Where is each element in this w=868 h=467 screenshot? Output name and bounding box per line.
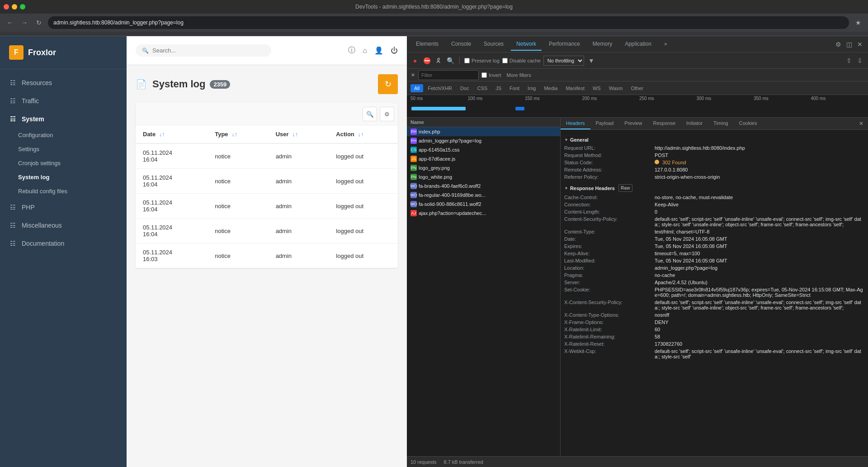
- preserve-log-checkbox[interactable]: Preserve log: [464, 58, 500, 63]
- file-item[interactable]: WOfa-brands-400-faef6c0.woff2: [407, 181, 560, 191]
- record-button[interactable]: ●: [410, 56, 420, 65]
- sort-type-icon[interactable]: ↓↑: [231, 131, 237, 138]
- col-type[interactable]: Type ↓↑: [208, 125, 268, 143]
- search-input[interactable]: [152, 47, 243, 54]
- sidebar-item-resources[interactable]: ☷ Resources: [0, 74, 127, 92]
- address-input[interactable]: [48, 16, 849, 29]
- settings-gear-icon[interactable]: ⚙: [834, 40, 843, 49]
- dock-icon[interactable]: ◫: [844, 40, 854, 49]
- invert-input[interactable]: [481, 72, 487, 78]
- detail-tab-headers[interactable]: Headers: [561, 118, 590, 129]
- general-section-header[interactable]: General: [564, 135, 864, 144]
- window-controls[interactable]: [4, 4, 25, 10]
- response-headers-section-header[interactable]: Response Headers Raw: [564, 182, 864, 194]
- filter-font[interactable]: Font: [506, 84, 523, 92]
- filter-css[interactable]: CSS: [474, 84, 491, 92]
- import-button[interactable]: ⇧: [844, 56, 854, 65]
- tab-network[interactable]: Network: [511, 38, 542, 51]
- info-icon[interactable]: ⓘ: [348, 46, 355, 55]
- filter-other[interactable]: Other: [627, 84, 647, 92]
- sidebar-item-misc[interactable]: ☷ Miscellaneous: [0, 216, 127, 234]
- filter-input[interactable]: [421, 72, 476, 78]
- topbar-icons: ⓘ ⌂ 👤 ⏻: [348, 46, 398, 55]
- file-item[interactable]: PNlogo_white.png: [407, 172, 560, 181]
- more-filters-button[interactable]: More filters: [504, 71, 534, 79]
- tab-performance[interactable]: Performance: [543, 38, 585, 51]
- back-button[interactable]: ←: [5, 17, 15, 28]
- sidebar-item-php[interactable]: ☷ PHP: [0, 198, 127, 216]
- file-item[interactable]: PHadmin_logger.php?page=log: [407, 136, 560, 145]
- file-item[interactable]: CSapp-61450a15.css: [407, 145, 560, 154]
- detail-tab-preview[interactable]: Preview: [619, 118, 647, 129]
- user-icon[interactable]: 👤: [374, 46, 383, 55]
- sidebar-item-system[interactable]: ☷ System: [0, 110, 127, 128]
- file-item[interactable]: WOfa-solid-900-886c8611.woff2: [407, 200, 560, 209]
- detail-tab-payload[interactable]: Payload: [590, 118, 619, 129]
- filter-media[interactable]: Media: [540, 84, 561, 92]
- forward-button[interactable]: →: [19, 17, 30, 28]
- col-action[interactable]: Action ↓↑: [329, 125, 398, 143]
- col-date[interactable]: Date ↓↑: [136, 125, 208, 143]
- sidebar-item-settings[interactable]: Settings: [9, 142, 127, 156]
- sidebar-item-rebuild[interactable]: Rebuild config files: [9, 184, 127, 198]
- export-button[interactable]: ⇩: [855, 56, 864, 65]
- detail-tab-initiator[interactable]: Initiator: [681, 118, 708, 129]
- throttle-down-icon[interactable]: ▼: [587, 56, 596, 65]
- clear-button[interactable]: ⛔: [422, 56, 431, 65]
- file-item[interactable]: WOfa-regular-400-9169d8be.wo...: [407, 191, 560, 200]
- filter-fetch-xhr[interactable]: Fetch/XHR: [424, 84, 456, 92]
- disable-cache-checkbox[interactable]: Disable cache: [502, 58, 541, 63]
- filter-manifest[interactable]: Manifest: [562, 84, 588, 92]
- detail-tab-response[interactable]: Response: [647, 118, 681, 129]
- filter-input-box[interactable]: [418, 70, 479, 80]
- throttle-select[interactable]: No throttling: [543, 56, 584, 66]
- filter-ws[interactable]: WS: [589, 84, 604, 92]
- close-button[interactable]: [4, 4, 9, 10]
- sidebar-item-cronjob[interactable]: Cronjob settings: [9, 156, 127, 170]
- home-icon[interactable]: ⌂: [363, 47, 367, 55]
- tab-sources[interactable]: Sources: [478, 38, 509, 51]
- filter-icon[interactable]: 🎗: [434, 56, 443, 65]
- search-network-icon[interactable]: 🔍: [446, 56, 455, 65]
- power-icon[interactable]: ⏻: [391, 47, 398, 55]
- col-user[interactable]: User ↓↑: [269, 125, 329, 143]
- file-type-icon: PH: [410, 138, 417, 144]
- detail-tab-timing[interactable]: Timing: [708, 118, 734, 129]
- filter-js[interactable]: JS: [492, 84, 505, 92]
- sort-date-icon[interactable]: ↓↑: [159, 131, 165, 138]
- sidebar-item-systemlog[interactable]: System log: [9, 170, 127, 184]
- sidebar-item-configuration[interactable]: Configuration: [9, 128, 127, 142]
- file-item[interactable]: AJajax.php?action=updatechec...: [407, 209, 560, 218]
- bookmark-button[interactable]: ★: [853, 17, 863, 28]
- detail-close-button[interactable]: ✕: [854, 118, 868, 129]
- preserve-log-input[interactable]: [464, 58, 470, 63]
- sort-action-icon[interactable]: ↓↑: [358, 131, 363, 138]
- close-devtools-icon[interactable]: ✕: [855, 40, 864, 49]
- settings-table-button[interactable]: ⚙: [380, 107, 394, 121]
- sidebar-item-traffic[interactable]: ☷ Traffic: [0, 92, 127, 110]
- refresh-button[interactable]: ↻: [378, 74, 398, 94]
- sort-user-icon[interactable]: ↓↑: [292, 131, 298, 138]
- file-item[interactable]: PHindex.php: [407, 127, 560, 136]
- invert-checkbox[interactable]: Invert: [481, 72, 501, 78]
- search-box[interactable]: 🔍: [136, 44, 271, 57]
- raw-button[interactable]: Raw: [618, 184, 632, 192]
- disable-cache-input[interactable]: [502, 58, 508, 63]
- detail-tab-cookies[interactable]: Cookies: [734, 118, 763, 129]
- filter-doc[interactable]: Doc: [457, 84, 473, 92]
- sidebar-item-docs[interactable]: ☷ Documentation: [0, 234, 127, 253]
- tab-memory[interactable]: Memory: [587, 38, 618, 51]
- file-item[interactable]: PNlogo_grey.png: [407, 163, 560, 172]
- filter-img[interactable]: Img: [524, 84, 539, 92]
- filter-wasm[interactable]: Wasm: [605, 84, 627, 92]
- tab-elements[interactable]: Elements: [410, 38, 444, 51]
- maximize-button[interactable]: [20, 4, 25, 10]
- tab-more[interactable]: »: [659, 38, 673, 51]
- filter-all[interactable]: All: [410, 84, 423, 92]
- minimize-button[interactable]: [12, 4, 17, 10]
- search-table-button[interactable]: 🔍: [363, 107, 377, 121]
- file-item[interactable]: JSapp-67d6acee.js: [407, 154, 560, 163]
- tab-console[interactable]: Console: [446, 38, 476, 51]
- tab-application[interactable]: Application: [619, 38, 657, 51]
- reload-button[interactable]: ↻: [33, 17, 44, 28]
